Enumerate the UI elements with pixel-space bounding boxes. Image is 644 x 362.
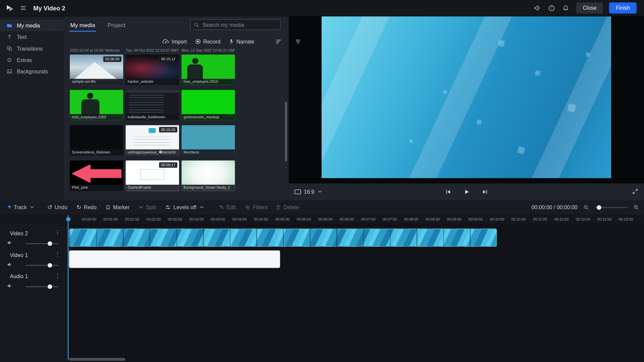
media-search[interactable] [190,19,280,30]
redo-label: Redo [84,204,97,210]
media-item[interactable]: Screenvideos_Rahmen [70,125,123,156]
media-item[interactable]: holo_employee.2313 [181,55,235,85]
delete-button[interactable]: Delete [276,204,299,210]
clip-video-1[interactable] [69,250,280,268]
plus-icon: + [7,204,11,211]
speaker-icon[interactable] [7,262,12,267]
app-logo-icon[interactable] [5,3,14,12]
tab-project[interactable]: Project [107,20,126,32]
media-group-headers: 2022-10-04 at 14:20: Webcam Tue, 04 Oct … [70,48,283,52]
sort-icon[interactable] [276,38,282,44]
media-item[interactable]: holo_employee.2202 [70,90,123,120]
timeline-ruler[interactable]: 000:00:5000:01:0000:01:5000:02:0000:02:5… [0,214,644,224]
delete-label: Delete [283,204,299,210]
tab-my-media[interactable]: My media [69,20,96,32]
media-item[interactable]: Background_Smart-Study_2 [181,161,235,191]
media-item[interactable]: 00:15:15umfragezuweisun_�bersicht [126,125,179,156]
duration-badge: 00:09:17 [159,162,177,168]
zoom-slider-thumb[interactable] [597,205,601,209]
media-item[interactable]: individuelle_funktionen [126,90,179,120]
sidebar-item-transitions[interactable]: Transitions [0,43,64,54]
ruler-label: 00:02:00 [146,217,161,221]
sidebar-item-text[interactable]: Text [0,31,64,43]
speaker-icon[interactable] [7,240,12,245]
ruler-label: 00:09:00 [447,217,462,221]
transitions-icon [7,46,12,51]
media-grid: 02:06:00sample-avi-file00:15:12hacker_we… [70,55,283,191]
media-item[interactable]: 00:15:12hacker_website [126,55,179,85]
media-item-name: Rechteck [181,149,235,156]
filters-button[interactable]: Filters [245,204,268,210]
redo-button[interactable]: ↻ Redo [76,204,97,210]
volume-slider[interactable] [25,265,58,266]
speaker-icon[interactable] [7,283,12,289]
marker-label: Marker [113,204,130,210]
media-actions: Import Record Narrate [162,36,282,47]
media-item[interactable]: 00:09:17DashedFrame [126,161,179,191]
marker-button[interactable]: Marker [106,204,130,210]
announcements-icon[interactable] [534,5,541,11]
ruler-label: 00:07:50 [382,217,397,221]
timeline-horizontal-scrollbar[interactable] [69,358,125,361]
skip-back-button[interactable] [445,189,451,195]
ruler-label: 00:10:50 [512,217,526,221]
media-item[interactable]: Rechteck [181,125,235,156]
volume-slider[interactable] [25,243,58,244]
media-item-name: holo_employee.2202 [70,114,123,120]
extras-star-icon [7,57,12,63]
track-options-icon[interactable]: ⋮ [55,251,60,257]
search-input[interactable] [202,21,277,28]
menu-icon[interactable] [20,5,26,11]
clip-video-2[interactable] [69,229,497,247]
media-item-name: Background_Smart-Study_2 [181,185,235,191]
top-bar: My Video 2 ? Close Finish [0,0,644,16]
volume-slider-thumb[interactable] [48,263,52,267]
ruler-label: 00:06:00 [318,217,332,221]
track-options-icon[interactable]: ⋮ [55,273,60,278]
play-button[interactable] [463,189,469,195]
media-item[interactable]: Pfeil_pink [70,161,123,191]
record-button[interactable]: Record [195,38,220,44]
sidebar-item-label: Extras [17,57,32,63]
media-item[interactable]: greenscreen_mockup [181,90,235,120]
filter-icon[interactable] [295,38,301,44]
folder-media-icon [7,22,12,28]
sidebar-item-my-media[interactable]: My media [0,20,64,31]
chevron-down-icon [31,205,34,208]
media-item-name: sample-avi-file [70,79,123,85]
volume-slider-thumb[interactable] [48,241,52,246]
media-scrollbar[interactable] [285,102,287,162]
edit-button[interactable]: ✎ Edit [219,204,236,210]
zoom-in-icon[interactable] [633,204,639,210]
finish-button[interactable]: Finish [609,2,637,13]
media-item[interactable]: 02:06:00sample-avi-file [70,55,123,85]
ruler-label: 00:05:00 [275,217,289,221]
notifications-bell-icon[interactable] [563,5,569,11]
aspect-ratio-button[interactable]: 16:9 [293,183,323,200]
sidebar-item-backgrounds[interactable]: Backgrounds [0,66,64,77]
help-icon[interactable]: ? [548,5,555,11]
volume-slider-thumb[interactable] [48,285,52,289]
track-options-icon[interactable]: ⋮ [55,229,60,235]
skip-forward-button[interactable] [482,189,488,195]
aspect-ratio-value: 16:9 [304,189,314,195]
search-icon [194,22,199,27]
levels-button[interactable]: Levels off [165,204,203,210]
sidebar-item-extras[interactable]: Extras [0,54,64,66]
volume-slider[interactable] [25,286,58,287]
sidebar: My media Text Transitions Extras Backgro… [0,16,64,200]
close-button[interactable]: Close [576,2,603,13]
add-track-button[interactable]: + Track [7,204,34,211]
narrate-button[interactable]: Narrate [229,38,254,44]
undo-icon: ↺ [47,204,52,210]
import-button[interactable]: Import [162,38,187,44]
zoom-out-icon[interactable] [583,204,589,210]
project-title[interactable]: My Video 2 [33,4,65,11]
fullscreen-icon[interactable] [632,188,638,194]
split-button[interactable]: ✂ Split [139,204,156,210]
edit-label: Edit [226,204,235,210]
zoom-slider[interactable] [595,207,628,208]
playhead[interactable] [68,215,68,360]
ruler-label: 00:02:50 [168,217,182,221]
undo-button[interactable]: ↺ Undo [47,204,67,210]
